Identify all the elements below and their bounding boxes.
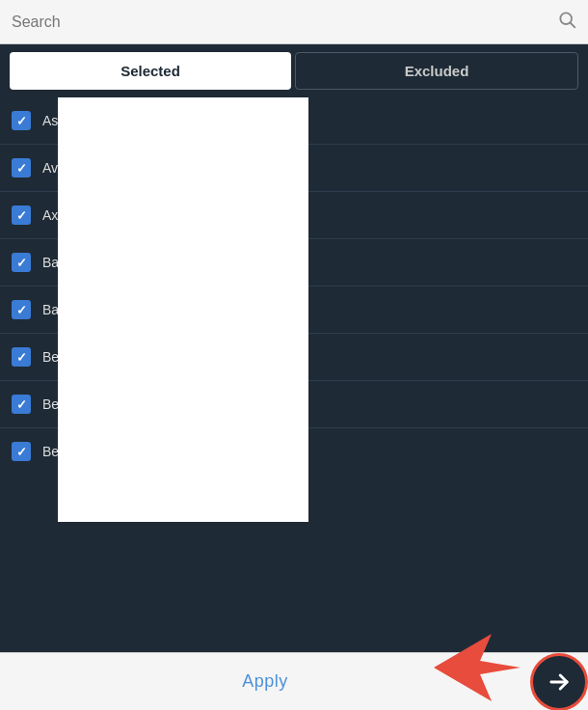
checkbox-2[interactable] xyxy=(12,158,31,178)
checkbox-7[interactable] xyxy=(12,395,31,414)
checkbox-4[interactable] xyxy=(12,253,31,272)
search-input[interactable] xyxy=(12,14,557,31)
svg-marker-2 xyxy=(434,634,521,701)
tab-selected[interactable]: Selected xyxy=(10,52,291,90)
tab-excluded[interactable]: Excluded xyxy=(295,52,578,90)
checkbox-5[interactable] xyxy=(12,300,31,319)
search-icon xyxy=(557,10,576,34)
checkbox-8[interactable] xyxy=(12,442,31,461)
arrow-circle-button[interactable] xyxy=(530,653,588,711)
main-container: Selected Excluded As 3047 Av Ax - 18002 xyxy=(0,0,588,710)
bottom-bar: Apply xyxy=(0,652,588,710)
red-arrow-annotation xyxy=(434,634,521,705)
checkbox-6[interactable] xyxy=(12,347,31,367)
checkbox-1[interactable] xyxy=(12,111,31,130)
search-bar xyxy=(0,0,588,44)
white-overlay xyxy=(58,97,308,522)
tab-row: Selected Excluded xyxy=(0,44,588,97)
checkbox-3[interactable] xyxy=(12,205,31,225)
svg-line-1 xyxy=(571,23,575,28)
list-area: As 3047 Av Ax - 18002 Ba rskrets - 14004 xyxy=(0,97,588,652)
